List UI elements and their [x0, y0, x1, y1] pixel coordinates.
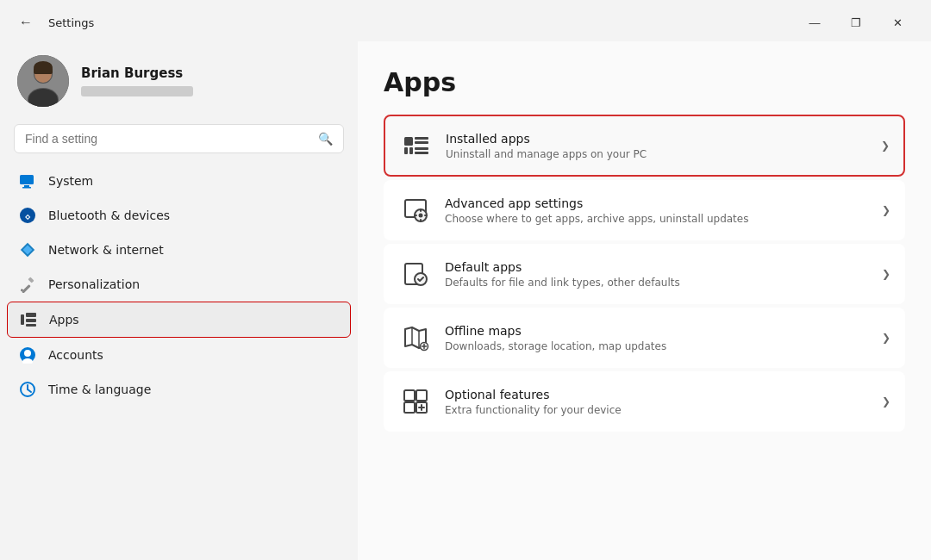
- sidebar: Brian Burgess 🔍 System: [0, 41, 358, 560]
- offline-maps-text: Offline maps Downloads, storage location…: [445, 324, 875, 352]
- offline-maps-title: Offline maps: [445, 324, 875, 338]
- installed-apps-desc: Uninstall and manage apps on your PC: [446, 148, 874, 160]
- installed-apps-title: Installed apps: [446, 132, 874, 146]
- sidebar-item-system[interactable]: System: [7, 164, 351, 198]
- svg-rect-20: [26, 324, 36, 327]
- sidebar-item-apps-label: Apps: [49, 313, 79, 327]
- window-controls: — ❐ ✕: [795, 9, 917, 36]
- offline-maps-icon: [398, 320, 433, 355]
- svg-rect-18: [26, 313, 36, 317]
- accounts-icon: [19, 346, 36, 364]
- user-email-bar: [81, 86, 193, 96]
- apps-icon: [20, 311, 37, 328]
- sidebar-item-apps[interactable]: Apps: [7, 302, 351, 338]
- settings-item-default-apps[interactable]: Default apps Defaults for file and link …: [384, 244, 905, 304]
- user-profile: Brian Burgess: [0, 41, 358, 121]
- default-apps-title: Default apps: [445, 260, 875, 274]
- svg-rect-28: [404, 147, 408, 154]
- svg-line-26: [28, 389, 31, 392]
- advanced-app-settings-icon: [398, 193, 433, 227]
- offline-maps-desc: Downloads, storage location, map updates: [445, 340, 875, 352]
- bluetooth-icon: ⬦: [19, 207, 36, 224]
- svg-point-22: [24, 350, 31, 357]
- sidebar-item-bluetooth[interactable]: ⬦ Bluetooth & devices: [7, 198, 351, 233]
- advanced-app-settings-title: Advanced app settings: [445, 196, 875, 210]
- title-bar-left: ← Settings: [14, 11, 94, 34]
- settings-item-installed-apps[interactable]: Installed apps Uninstall and manage apps…: [384, 115, 905, 177]
- svg-rect-7: [20, 175, 34, 184]
- offline-maps-chevron: ❯: [882, 332, 890, 344]
- search-icon: 🔍: [318, 132, 333, 146]
- sidebar-item-network-label: Network & internet: [48, 243, 164, 257]
- sidebar-item-bluetooth-label: Bluetooth & devices: [48, 208, 170, 222]
- search-box[interactable]: 🔍: [14, 124, 344, 153]
- main-content: Apps Installed apps: [358, 41, 931, 560]
- svg-point-36: [419, 214, 423, 218]
- default-apps-text: Default apps Defaults for file and link …: [445, 260, 875, 289]
- sidebar-item-network[interactable]: Network & internet: [7, 233, 351, 267]
- page-title: Apps: [384, 67, 905, 97]
- window-title: Settings: [48, 16, 94, 29]
- svg-rect-31: [415, 141, 428, 144]
- svg-text:⬦: ⬦: [24, 209, 31, 222]
- default-apps-desc: Defaults for file and link types, other …: [445, 277, 875, 289]
- svg-rect-27: [404, 137, 413, 146]
- installed-apps-text: Installed apps Uninstall and manage apps…: [446, 132, 874, 160]
- svg-rect-9: [22, 187, 31, 189]
- sidebar-item-personalization[interactable]: Personalization: [7, 267, 351, 302]
- installed-apps-icon: [399, 128, 434, 163]
- avatar: [17, 55, 69, 107]
- svg-rect-15: [28, 277, 34, 283]
- svg-rect-19: [26, 319, 36, 322]
- user-info: Brian Burgess: [81, 65, 193, 96]
- sidebar-item-system-label: System: [48, 174, 93, 188]
- optional-features-desc: Extra functionality for your device: [445, 404, 875, 416]
- settings-item-optional-features[interactable]: Optional features Extra functionality fo…: [384, 371, 905, 432]
- maximize-button[interactable]: ❐: [836, 9, 876, 36]
- system-icon: [19, 172, 36, 190]
- settings-item-offline-maps[interactable]: Offline maps Downloads, storage location…: [384, 308, 905, 368]
- installed-apps-chevron: ❯: [881, 140, 890, 152]
- search-input[interactable]: [25, 132, 311, 146]
- minimize-button[interactable]: —: [795, 9, 834, 36]
- svg-rect-17: [21, 314, 24, 325]
- time-icon: [19, 381, 36, 398]
- close-button[interactable]: ✕: [878, 9, 917, 36]
- app-body: Brian Burgess 🔍 System: [0, 41, 931, 560]
- sidebar-item-time[interactable]: Time & language: [7, 372, 351, 407]
- sidebar-item-accounts[interactable]: Accounts: [7, 338, 351, 372]
- back-button[interactable]: ←: [14, 11, 38, 34]
- optional-features-chevron: ❯: [882, 395, 890, 408]
- svg-rect-33: [415, 152, 428, 154]
- svg-rect-49: [404, 390, 415, 401]
- svg-rect-29: [409, 147, 413, 154]
- optional-features-title: Optional features: [445, 388, 875, 401]
- nav-list: System ⬦ Bluetooth & devices: [0, 164, 358, 407]
- advanced-app-settings-chevron: ❯: [882, 204, 890, 216]
- personalization-icon: [19, 276, 36, 293]
- svg-rect-50: [416, 390, 427, 401]
- default-apps-icon: [398, 257, 433, 291]
- svg-rect-8: [24, 185, 29, 187]
- svg-rect-30: [415, 137, 428, 140]
- svg-rect-32: [415, 147, 428, 150]
- user-name: Brian Burgess: [81, 65, 193, 81]
- title-bar: ← Settings — ❐ ✕: [0, 0, 931, 41]
- sidebar-item-time-label: Time & language: [48, 383, 151, 396]
- optional-features-icon: [398, 384, 433, 419]
- advanced-app-settings-text: Advanced app settings Choose where to ge…: [445, 196, 875, 225]
- network-icon: [19, 241, 36, 258]
- settings-list: Installed apps Uninstall and manage apps…: [384, 115, 905, 432]
- optional-features-text: Optional features Extra functionality fo…: [445, 388, 875, 416]
- sidebar-item-accounts-label: Accounts: [48, 348, 103, 362]
- svg-rect-51: [404, 402, 415, 413]
- advanced-app-settings-desc: Choose where to get apps, archive apps, …: [445, 213, 875, 225]
- settings-item-advanced-app-settings[interactable]: Advanced app settings Choose where to ge…: [384, 180, 905, 240]
- default-apps-chevron: ❯: [882, 268, 890, 280]
- sidebar-item-personalization-label: Personalization: [48, 277, 140, 291]
- svg-rect-14: [22, 284, 31, 293]
- svg-rect-6: [34, 67, 53, 74]
